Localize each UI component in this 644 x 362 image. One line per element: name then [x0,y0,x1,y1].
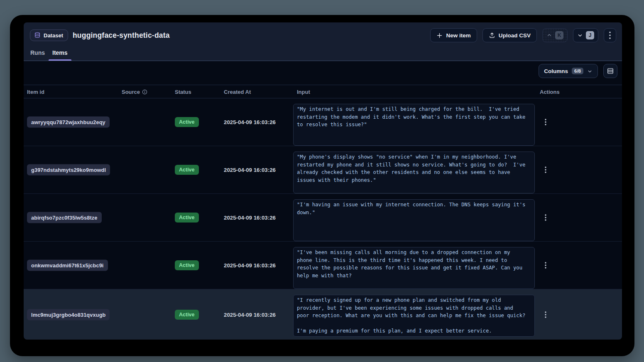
overflow-menu-button[interactable] [604,28,616,42]
created-at-value: 2025-04-09 16:03:26 [224,262,276,269]
row-actions-button[interactable] [540,117,551,127]
column-header-created-at: Created At [224,85,251,99]
kebab-icon [545,214,546,221]
database-icon [34,32,41,39]
upload-csv-button[interactable]: Upload CSV [482,28,537,42]
kebab-icon [609,32,611,39]
input-cell[interactable]: "I recently signed up for a new phone pl… [293,295,535,337]
rows-icon [607,67,614,75]
column-header-item-id: Item id [27,85,44,99]
item-id-pill[interactable]: abirqfso7pzc0f35lw5s8tze [27,212,102,223]
table-row[interactable]: g397ndstahmyts29ko9mowdl Active 2025-04-… [24,146,622,194]
status-badge: Active [175,117,199,127]
new-item-label: New item [446,32,470,39]
prev-item-button[interactable]: K [542,28,568,42]
input-cell[interactable]: "My phone's display shows "no service" w… [293,152,535,193]
row-actions-button[interactable] [540,164,551,175]
table-header-row: Item id Source Status Created At Input A… [24,85,622,98]
input-cell[interactable]: "My internet is out and I'm still being … [293,104,535,146]
tab-runs[interactable]: Runs [27,49,49,61]
input-cell[interactable]: "I'm having an issue with my internet co… [293,199,535,241]
chevron-down-icon [587,68,593,74]
app-window: Dataset huggingface-synthetic-data New i… [10,15,634,356]
status-badge: Active [175,165,199,175]
plus-icon [436,32,443,39]
table-body: awryyqqu7872wjaxhbuu2eqy Active 2025-04-… [24,98,622,339]
columns-count-badge: 6/8 [572,68,583,74]
chevron-up-icon [546,32,552,38]
item-id-pill[interactable]: awryyqqu7872wjaxhbuu2eqy [27,117,110,128]
upload-csv-label: Upload CSV [499,32,531,39]
created-at-value: 2025-04-09 16:03:26 [224,167,276,173]
shortcut-key-j: J [586,31,594,39]
tab-items[interactable]: Items [49,49,71,61]
created-at-value: 2025-04-09 16:03:26 [224,215,276,221]
column-header-status: Status [175,85,191,99]
title-row: Dataset huggingface-synthetic-data New i… [30,28,616,43]
kebab-icon [545,262,546,269]
kebab-icon [545,311,546,318]
dataset-type-badge: Dataset [30,29,68,41]
table-area: Columns 6/8 Item id Source [24,61,622,339]
item-id-pill[interactable]: lmc9muj3grgbo4o831qvxugb [27,309,110,320]
info-icon[interactable] [142,89,147,95]
column-header-input: Input [297,85,310,99]
chevron-down-icon [577,32,583,38]
item-id-pill[interactable]: g397ndstahmyts29ko9mowdl [27,164,110,176]
upload-icon [489,32,495,39]
shortcut-key-k: K [555,31,563,39]
table-row[interactable]: abirqfso7pzc0f35lw5s8tze Active 2025-04-… [24,194,622,242]
next-item-button[interactable]: J [573,28,598,42]
column-header-source: Source [122,85,147,99]
tab-bar: Runs Items [27,49,71,61]
card-header: Dataset huggingface-synthetic-data New i… [24,22,622,61]
columns-dropdown-button[interactable]: Columns 6/8 [539,64,598,78]
header-actions: New item Upload CSV K [430,28,616,42]
table-row[interactable]: onkwmvaddmi67t61x5jcbc9i Active 2025-04-… [24,242,622,289]
status-badge: Active [175,260,199,270]
status-badge: Active [175,310,199,320]
page-title: huggingface-synthetic-data [73,31,170,40]
kebab-icon [545,166,546,173]
row-actions-button[interactable] [540,212,551,223]
table-row[interactable]: lmc9muj3grgbo4o831qvxugb Active 2025-04-… [24,289,622,340]
table-row[interactable]: awryyqqu7872wjaxhbuu2eqy Active 2025-04-… [24,98,622,146]
columns-label: Columns [544,68,568,74]
row-actions-button[interactable] [540,260,551,271]
dataset-badge-label: Dataset [44,32,63,39]
input-cell[interactable]: "I've been missing calls all morning due… [293,247,535,289]
dataset-card: Dataset huggingface-synthetic-data New i… [24,22,622,340]
new-item-button[interactable]: New item [430,28,477,42]
kebab-icon [545,119,546,125]
item-id-pill[interactable]: onkwmvaddmi67t61x5jcbc9i [27,260,108,271]
status-badge: Active [175,213,199,223]
row-actions-button[interactable] [540,309,551,320]
row-height-button[interactable] [603,64,617,78]
created-at-value: 2025-04-09 16:03:26 [224,119,276,125]
created-at-value: 2025-04-09 16:03:26 [224,311,276,318]
table-toolbar: Columns 6/8 [539,64,617,78]
source-header-label: Source [122,89,140,95]
column-header-actions: Actions [540,85,560,99]
